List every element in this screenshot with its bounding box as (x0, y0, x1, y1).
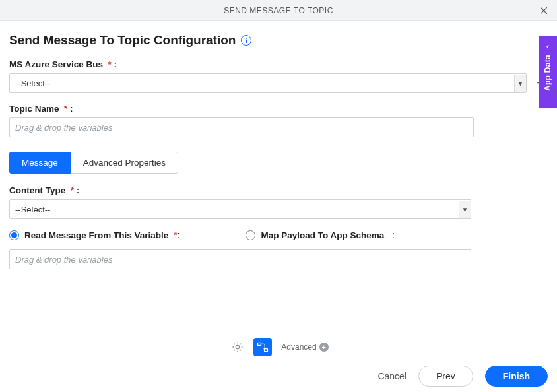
tab-message[interactable]: Message (9, 152, 71, 174)
finish-button[interactable]: Finish (485, 366, 548, 387)
read-variable-radio-label: Read Message From This Variable *: (24, 230, 180, 240)
app-data-side-tab[interactable]: ‹ App Data (539, 36, 557, 108)
topic-name-label: Topic Name * : (9, 104, 548, 114)
label-colon: : (392, 230, 395, 240)
dialog-title: SEND MESSAGE TO TOPIC (224, 6, 333, 15)
service-bus-label: MS Azure Service Bus * : (9, 59, 548, 69)
prev-button[interactable]: Prev (418, 366, 473, 387)
cancel-button[interactable]: Cancel (377, 371, 407, 381)
chevron-down-icon: ▼ (514, 75, 526, 92)
map-schema-radio-item[interactable]: Map Payload To App Schema : (246, 230, 394, 240)
advanced-toggle[interactable]: Advanced + (281, 343, 328, 352)
app-data-side-tab-label: App Data (543, 55, 552, 91)
content-type-label: Content Type * : (9, 185, 548, 195)
dialog-content: Send Message To Topic Configuration i MS… (0, 21, 557, 269)
dialog-titlebar: SEND MESSAGE TO TOPIC (0, 0, 557, 21)
gear-icon[interactable] (228, 338, 247, 356)
label-colon: : (77, 185, 80, 195)
required-asterisk: * (71, 185, 74, 195)
label-colon: : (178, 230, 180, 240)
content-type-select[interactable]: --Select-- ▼ (9, 199, 471, 219)
topic-name-field: Topic Name * : (9, 104, 548, 137)
label-colon: : (70, 104, 73, 114)
page-title: Send Message To Topic Configuration (9, 33, 236, 48)
chevron-down-icon: ▼ (459, 201, 471, 218)
map-schema-radio-text: Map Payload To App Schema (261, 230, 384, 240)
workflow-icon[interactable] (253, 338, 272, 356)
service-bus-select-value: --Select-- (15, 79, 50, 88)
variable-input[interactable] (9, 249, 471, 269)
bottom-toolbar: Advanced + (0, 334, 557, 360)
tab-advanced-properties[interactable]: Advanced Properties (71, 152, 178, 174)
map-schema-radio[interactable] (246, 230, 255, 240)
tab-bar: Message Advanced Properties (9, 152, 548, 174)
chevron-left-icon: ‹ (546, 41, 549, 51)
topic-name-label-text: Topic Name (9, 104, 59, 114)
payload-source-radio-group: Read Message From This Variable *: Map P… (9, 230, 548, 240)
plus-icon: + (319, 343, 329, 352)
service-bus-select[interactable]: --Select-- ▼ (9, 73, 527, 93)
content-type-select-value: --Select-- (15, 205, 50, 214)
page-heading-row: Send Message To Topic Configuration i (9, 33, 548, 48)
topic-name-input[interactable] (9, 117, 474, 137)
label-colon: : (114, 59, 117, 69)
svg-point-0 (236, 345, 240, 348)
service-bus-field: MS Azure Service Bus * : --Select-- ▼ + (9, 59, 548, 93)
service-bus-row: --Select-- ▼ + (9, 73, 548, 93)
content-type-field: Content Type * : --Select-- ▼ (9, 185, 548, 219)
required-asterisk: * (64, 104, 67, 114)
required-asterisk: * (108, 59, 112, 69)
read-variable-radio[interactable] (9, 230, 19, 240)
content-type-label-text: Content Type (9, 185, 65, 195)
map-schema-radio-label: Map Payload To App Schema : (261, 230, 394, 240)
svg-rect-1 (258, 343, 261, 345)
read-variable-radio-item[interactable]: Read Message From This Variable *: (9, 230, 180, 240)
close-icon[interactable] (536, 3, 552, 18)
variable-input-field (9, 249, 548, 269)
advanced-toggle-label: Advanced (281, 343, 316, 352)
read-variable-radio-text: Read Message From This Variable (24, 230, 168, 240)
service-bus-label-text: MS Azure Service Bus (9, 59, 103, 69)
info-icon[interactable]: i (241, 35, 251, 46)
dialog-footer: Cancel Prev Finish (0, 360, 557, 392)
